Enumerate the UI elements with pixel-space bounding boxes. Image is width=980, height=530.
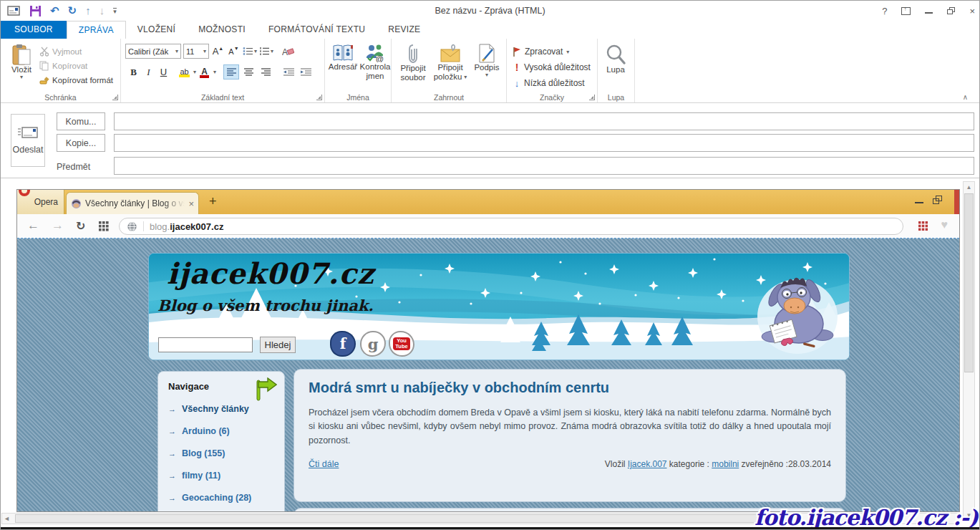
decrease-indent-button[interactable] <box>281 64 296 80</box>
author-link[interactable]: Ijacek.007 <box>628 459 667 469</box>
article-title[interactable]: Modrá smrt u nabíječky v obchodním cenrt… <box>309 380 831 396</box>
nav-item-blog[interactable]: → Blog (155) <box>168 448 274 458</box>
customize-qat-icon[interactable]: ▾ <box>113 8 117 14</box>
to-input[interactable] <box>114 112 974 130</box>
arrow-bullet-icon: → <box>168 427 176 435</box>
signpost-icon <box>254 377 277 402</box>
youtube-icon[interactable]: YouTube <box>390 332 413 355</box>
restore-icon[interactable] <box>947 7 955 14</box>
align-center-button[interactable] <box>241 64 256 80</box>
paste-button[interactable]: Vložit ▾ <box>5 39 38 80</box>
grow-font-button[interactable]: A▲ <box>211 44 225 59</box>
speed-dial-icon[interactable] <box>99 221 109 231</box>
tab-formatovani-textu[interactable]: FORMÁTOVÁNÍ TEXTU <box>257 21 377 39</box>
category-link[interactable]: mobilni <box>712 459 739 469</box>
address-book-button[interactable]: Adresář <box>326 39 359 72</box>
align-left-button[interactable] <box>223 64 239 80</box>
arrow-bullet-icon: → <box>168 493 176 502</box>
zoom-button[interactable]: Lupa <box>600 39 631 74</box>
minimize-icon[interactable] <box>925 9 933 14</box>
tab-vlozeni[interactable]: VLOŽENÍ <box>126 21 187 39</box>
bullet-list-button[interactable]: ▾ <box>243 44 257 59</box>
underline-button[interactable]: U <box>157 64 170 80</box>
nav-item-vsechny-clanky[interactable]: → Všechny články <box>168 404 274 414</box>
reload-icon[interactable]: ↻ <box>76 219 85 233</box>
vertical-scrollbar[interactable]: ▲ ▼ <box>963 181 975 521</box>
follow-up-button[interactable]: Zpracovat▾ <box>513 44 591 59</box>
opera-restore-icon[interactable] <box>933 196 942 204</box>
blog-search-input[interactable] <box>158 337 253 352</box>
message-body[interactable]: Opera Všechny články | Blog o vš × + <box>1 178 979 527</box>
scroll-up-icon[interactable]: ▲ <box>964 182 974 193</box>
ribbon-display-options-icon[interactable] <box>901 7 911 15</box>
attach-item-button[interactable]: Připojit položku▾ <box>432 39 469 82</box>
tab-zprava[interactable]: ZPRÁVA <box>67 21 126 39</box>
tab-moznosti[interactable]: MOŽNOSTI <box>187 21 257 39</box>
font-name-select[interactable]: Calibri (Zák▾ <box>125 44 181 59</box>
bookmark-heart-icon[interactable]: ♥ <box>941 218 949 231</box>
undo-icon[interactable]: ↶ <box>50 3 59 19</box>
italic-button[interactable]: I <box>142 64 155 80</box>
attach-file-button[interactable]: Připojit soubor <box>394 39 432 82</box>
scissors-icon <box>39 47 49 57</box>
send-button[interactable]: Odeslat <box>11 114 45 167</box>
opera-minimize-icon[interactable] <box>915 198 923 203</box>
font-color-button[interactable]: A <box>198 64 211 80</box>
new-tab-icon[interactable]: + <box>209 194 217 209</box>
send-envelope-icon <box>17 126 39 139</box>
numbered-list-button[interactable]: ▾ <box>259 44 273 59</box>
highlight-button[interactable]: ab <box>178 64 191 80</box>
scroll-left-icon[interactable]: ◄ <box>4 514 10 524</box>
save-icon[interactable] <box>29 5 42 17</box>
dialog-launcher-icon[interactable] <box>316 95 322 100</box>
nav-item-geocaching[interactable]: → Geocaching (28) <box>168 493 274 503</box>
horizontal-scroll-thumb[interactable] <box>15 514 763 523</box>
opera-close-strip[interactable] <box>954 190 959 214</box>
group-label: Jména <box>325 93 391 102</box>
collapse-ribbon-icon[interactable]: ∧ <box>963 93 968 101</box>
vertical-scroll-thumb[interactable] <box>964 193 974 372</box>
blog-tagline: Blog o všem trochu jinak. <box>157 297 374 314</box>
shrink-font-button[interactable]: A▼ <box>227 44 241 59</box>
browser-tab[interactable]: Všechny články | Blog o vš × <box>66 192 199 214</box>
nav-item-arduino[interactable]: → Arduino (6) <box>168 426 274 436</box>
cc-button[interactable]: Kopie... <box>57 134 105 152</box>
clear-formatting-button[interactable]: A <box>281 44 295 59</box>
envelope-attach-icon <box>440 44 461 63</box>
facebook-icon[interactable]: f <box>331 332 354 355</box>
close-icon[interactable]: × <box>969 6 975 16</box>
bold-button[interactable]: B <box>127 64 140 80</box>
subject-input[interactable] <box>114 157 974 175</box>
low-importance-button[interactable]: ↓ Nízká důležitost <box>513 76 591 90</box>
group-zakladni-text: Calibri (Zák▾ 11▾ A▲ A▼ ▾ <box>121 39 325 102</box>
redo-icon[interactable]: ↻ <box>68 3 77 19</box>
tab-close-icon[interactable]: × <box>188 198 194 209</box>
check-names-button[interactable]: @ Kontrola jmen <box>359 39 391 81</box>
signature-icon <box>478 44 495 63</box>
globe-icon <box>127 221 137 232</box>
font-size-select[interactable]: 11▾ <box>183 44 209 59</box>
tab-soubor[interactable]: SOUBOR <box>1 21 67 39</box>
dialog-launcher-icon[interactable] <box>589 95 595 100</box>
extensions-grid-icon[interactable] <box>918 221 928 231</box>
align-right-button[interactable] <box>258 64 273 80</box>
message-icon[interactable] <box>6 5 21 16</box>
opera-menu-button[interactable]: Opera <box>17 190 64 214</box>
cc-input[interactable] <box>114 134 974 152</box>
back-icon[interactable]: ← <box>27 218 39 233</box>
signature-button[interactable]: Podpis ▾ <box>470 39 503 78</box>
read-more-link[interactable]: Čti dále <box>309 459 339 469</box>
nav-item-filmy[interactable]: → filmy (11) <box>168 471 274 481</box>
tab-revize[interactable]: REVIZE <box>377 21 432 39</box>
help-icon[interactable]: ? <box>882 6 887 16</box>
move-up-icon[interactable]: ↑ <box>85 3 91 19</box>
move-down-icon: ↓ <box>100 3 105 19</box>
format-painter-button[interactable]: Kopírovat formát <box>39 73 113 87</box>
high-importance-button[interactable]: ! Vysoká důležitost <box>513 60 591 74</box>
increase-indent-button[interactable] <box>298 64 314 80</box>
to-button[interactable]: Komu... <box>57 112 105 130</box>
address-bar[interactable]: blog.ijacek007.cz <box>119 218 903 235</box>
dialog-launcher-icon[interactable] <box>112 95 118 100</box>
blog-search-button[interactable]: Hledej <box>260 337 296 353</box>
title-bar: ↶ ↻ ↑ ↓ ▾ Bez názvu - Zpráva (HTML) ? × <box>1 1 979 21</box>
